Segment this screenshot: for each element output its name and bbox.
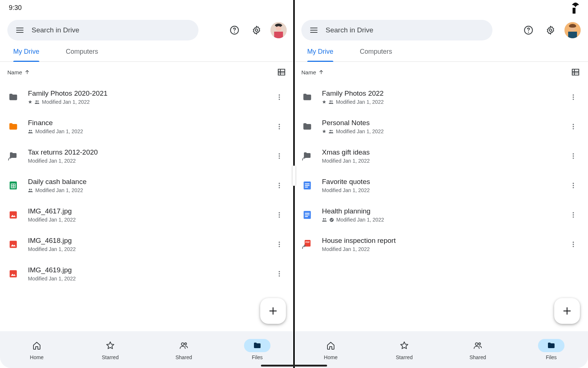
nav-files[interactable]: Files (220, 339, 294, 360)
more-options-button[interactable] (272, 266, 287, 281)
file-type-icon (301, 121, 313, 132)
more-vert-icon (276, 182, 283, 189)
file-meta: Modified Jan 1, 2022 (28, 217, 272, 223)
file-row[interactable]: Health planningModified Jan 1, 2022 (294, 200, 588, 230)
hamburger-icon[interactable] (12, 22, 28, 38)
file-meta: Modified Jan 1, 2022 (28, 276, 272, 282)
file-row[interactable]: IMG_4619.jpgModified Jan 1, 2022 (0, 259, 294, 289)
file-row[interactable]: IMG_4618.jpgModified Jan 1, 2022 (0, 230, 294, 259)
file-text: Xmas gift ideasModified Jan 1, 2022 (322, 148, 566, 164)
file-name: Tax returns 2012-2020 (28, 148, 272, 156)
svg-point-50 (330, 100, 331, 102)
gesture-nav-handle[interactable] (261, 365, 327, 367)
svg-point-14 (31, 130, 32, 131)
plus-icon (268, 305, 279, 316)
more-vert-icon (570, 182, 577, 189)
file-list[interactable]: Family Photos 2022Modified Jan 1, 2022Pe… (294, 82, 588, 331)
more-vert-icon (570, 123, 577, 130)
file-row[interactable]: Family Photos 2022Modified Jan 1, 2022 (294, 82, 588, 112)
svg-point-79 (476, 343, 478, 346)
star-badge-icon (322, 129, 326, 134)
nav-files[interactable]: Files (514, 339, 588, 360)
more-options-button[interactable] (566, 208, 581, 222)
svg-point-26 (279, 185, 280, 186)
tab-my-drive[interactable]: My Drive (13, 48, 39, 61)
svg-point-29 (279, 212, 280, 213)
nav-shared[interactable]: Shared (441, 339, 514, 360)
file-modified: Modified Jan 1, 2022 (28, 217, 76, 223)
search-field[interactable]: Search in Drive (301, 20, 492, 40)
more-options-button[interactable] (272, 119, 287, 134)
tab-computers[interactable]: Computers (66, 48, 98, 61)
nav-starred[interactable]: Starred (368, 339, 441, 360)
nav-home[interactable]: Home (0, 339, 74, 360)
settings-icon[interactable] (248, 22, 265, 38)
more-options-button[interactable] (566, 119, 581, 134)
view-toggle-icon[interactable] (570, 67, 581, 77)
more-options-button[interactable] (566, 178, 581, 193)
file-text: House inspection reportModified Jan 1, 2… (322, 237, 566, 252)
help-icon[interactable] (520, 22, 537, 38)
nav-starred[interactable]: Starred (74, 339, 147, 360)
more-options-button[interactable] (566, 237, 581, 252)
account-avatar[interactable] (270, 22, 287, 38)
svg-rect-48 (568, 32, 577, 38)
nav-home[interactable]: Home (294, 339, 368, 360)
file-type-icon (7, 209, 19, 221)
more-vert-icon (276, 152, 283, 160)
file-row[interactable]: Tax returns 2012-2020Modified Jan 1, 202… (0, 141, 294, 171)
svg-rect-49 (572, 69, 579, 75)
shared-badge-icon (28, 129, 33, 134)
nav-shared[interactable]: Shared (147, 339, 220, 360)
more-options-button[interactable] (566, 90, 581, 105)
svg-point-65 (573, 185, 574, 186)
file-row[interactable]: IMG_4617.jpgModified Jan 1, 2022 (0, 200, 294, 230)
account-avatar[interactable] (564, 22, 581, 38)
svg-point-6 (276, 26, 281, 31)
file-row[interactable]: PDFHouse inspection reportModified Jan 1… (294, 230, 588, 259)
file-modified: Modified Jan 1, 2022 (322, 246, 370, 252)
svg-point-40 (182, 343, 184, 346)
file-row[interactable]: Xmas gift ideasModified Jan 1, 2022 (294, 141, 588, 171)
file-name: Xmas gift ideas (322, 148, 566, 156)
svg-point-59 (573, 128, 574, 129)
svg-point-73 (573, 216, 574, 217)
new-fab[interactable] (260, 298, 286, 324)
settings-icon[interactable] (542, 22, 559, 38)
split-drag-handle[interactable] (293, 166, 295, 186)
star-icon (106, 341, 115, 350)
hamburger-icon[interactable] (306, 22, 322, 38)
view-toggle-icon[interactable] (276, 67, 287, 77)
tab-my-drive[interactable]: My Drive (307, 48, 333, 61)
more-options-button[interactable] (272, 178, 287, 193)
file-text: IMG_4619.jpgModified Jan 1, 2022 (28, 266, 272, 282)
more-vert-icon (570, 152, 577, 160)
more-options-button[interactable] (272, 149, 287, 163)
svg-point-72 (573, 214, 574, 215)
help-icon[interactable] (226, 22, 243, 38)
more-options-button[interactable] (272, 90, 287, 105)
new-fab[interactable] (554, 298, 580, 324)
more-options-button[interactable] (566, 149, 581, 163)
svg-point-64 (573, 183, 574, 184)
file-list[interactable]: Family Photos 2020-2021Modified Jan 1, 2… (0, 82, 294, 331)
file-type-icon: PDF (301, 238, 313, 250)
file-row[interactable]: Personal NotesModified Jan 1, 2022 (294, 112, 588, 141)
svg-rect-28 (10, 211, 17, 219)
file-row[interactable]: Favorite quotesModified Jan 1, 2022 (294, 171, 588, 200)
file-row[interactable]: Daily cash balanceModified Jan 1, 2022 (0, 171, 294, 200)
svg-point-66 (573, 187, 574, 188)
file-row[interactable]: FinanceModified Jan 1, 2022 (0, 112, 294, 141)
sort-button[interactable]: Name (7, 69, 30, 75)
search-field[interactable]: Search in Drive (7, 20, 198, 40)
more-options-button[interactable] (272, 208, 287, 222)
more-options-button[interactable] (272, 237, 287, 252)
svg-point-45 (549, 29, 552, 32)
svg-point-34 (279, 244, 280, 245)
file-row[interactable]: Family Photos 2020-2021Modified Jan 1, 2… (0, 82, 294, 112)
tab-computers[interactable]: Computers (360, 48, 392, 61)
more-vert-icon (276, 241, 283, 248)
file-meta: Modified Jan 1, 2022 (322, 246, 566, 252)
file-modified: Modified Jan 1, 2022 (28, 246, 76, 252)
sort-button[interactable]: Name (301, 69, 324, 75)
